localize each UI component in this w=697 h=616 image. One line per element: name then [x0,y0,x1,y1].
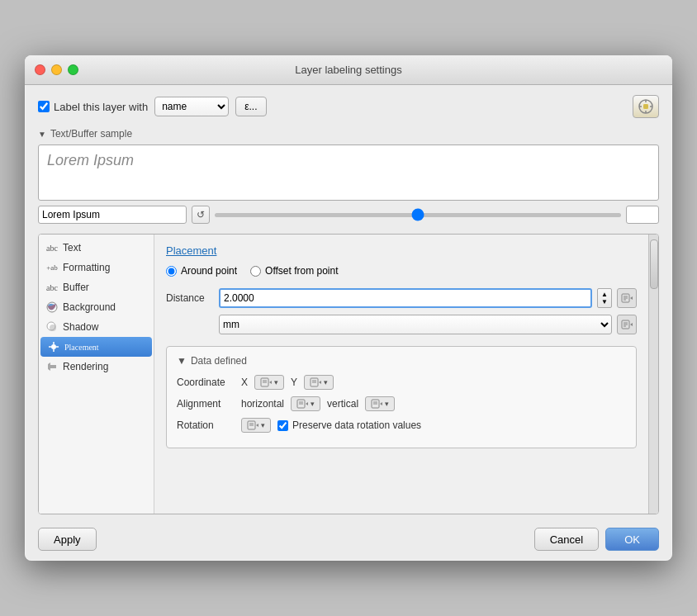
preserve-rotation-checkbox[interactable] [277,420,288,431]
titlebar: Layer labeling settings [25,55,672,85]
vertical-label: vertical [327,398,358,410]
sidebar-item-placement-label: Placement [64,343,99,352]
preview-input[interactable]: Lorem Ipsum [38,206,187,224]
minimize-button[interactable] [51,64,62,75]
rotation-data-button[interactable]: ▾ [241,418,271,433]
sidebar-item-buffer[interactable]: abc Buffer [39,277,154,297]
preview-area: Lorem Ipsum [38,145,659,201]
coordinate-row: Coordinate X ▾ Y [177,375,626,390]
offset-from-point-radio[interactable] [250,266,261,277]
scrollbar-thumb[interactable] [650,239,658,289]
panel-container: Placement Around point Offset from point [154,235,658,514]
svg-rect-6 [643,104,648,109]
unit-select[interactable]: mm cm m in pt px [219,315,612,334]
sidebar-item-text[interactable]: abc Text [39,238,154,258]
sidebar-item-text-label: Text [63,242,81,254]
shadow-icon [45,320,59,334]
svg-point-10 [51,344,56,349]
distance-input[interactable] [219,288,592,308]
rotation-row: Rotation ▾ [177,418,626,433]
distance-data-button[interactable] [617,288,637,308]
label-this-layer-checkbox[interactable]: Label this layer with [38,101,148,113]
main-body: abc Text +ab Formatting abc Buffer [38,234,659,514]
data-defined-label: Data defined [191,355,247,367]
horizontal-label: horizontal [241,398,284,410]
opacity-slider[interactable] [215,213,621,217]
unit-data-button[interactable] [617,315,637,334]
unit-row: mm cm m in pt px [166,315,637,334]
window-title: Layer labeling settings [295,64,401,76]
preserve-rotation-text: Preserve data rotation values [292,419,421,431]
data-defined-section: ▼ Data defined Coordinate X [166,346,637,448]
panel-scrollbar[interactable] [648,235,658,514]
rendering-icon [45,360,59,373]
svg-marker-24 [630,323,633,326]
svg-marker-28 [269,381,272,384]
label-row: Label this layer with name ε... [38,95,659,118]
window-controls [35,64,78,75]
buffer-icon: abc [45,281,59,294]
placement-icon [47,340,60,353]
sidebar-item-background[interactable]: Background [39,297,154,317]
placement-radio-row: Around point Offset from point [166,265,637,277]
preview-text: Lorem Ipsum [47,152,134,168]
refresh-button[interactable]: ↺ [192,206,210,224]
data-defined-header: ▼ Data defined [177,355,626,367]
around-point-radio[interactable] [166,266,177,277]
text-icon: abc [45,241,59,254]
sidebar-item-placement[interactable]: Placement [40,337,152,357]
svg-marker-44 [256,424,258,427]
vertical-data-button[interactable]: ▾ [365,396,395,411]
y-data-button[interactable]: ▾ [304,375,334,390]
layer-name-select[interactable]: name [154,97,229,116]
preview-section-label: ▼ Text/Buffer sample [38,128,659,140]
label-checkbox-text: Label this layer with [54,101,148,113]
expression-button[interactable]: ε... [235,97,266,116]
around-point-option[interactable]: Around point [166,265,237,277]
slider-end-input [626,206,659,224]
apply-button[interactable]: Apply [38,528,97,551]
svg-point-9 [50,325,56,331]
svg-marker-36 [306,402,308,405]
panel-title[interactable]: Placement [166,244,637,257]
maximize-button[interactable] [68,64,78,75]
main-window: Layer labeling settings Label this layer… [25,55,672,561]
data-defined-arrow-icon: ▼ [177,355,187,367]
sidebar-item-shadow-label: Shadow [63,321,98,333]
sidebar-item-formatting-label: Formatting [63,262,110,273]
rotation-label: Rotation [177,419,235,431]
horizontal-data-button[interactable]: ▾ [291,396,320,411]
cancel-button[interactable]: Cancel [534,528,599,551]
distance-label: Distance [166,292,214,304]
label-checkbox-input[interactable] [38,101,50,112]
coordinate-label: Coordinate [177,377,235,388]
offset-from-point-label: Offset from point [265,265,338,277]
sidebar-item-buffer-label: Buffer [63,282,89,293]
offset-from-point-option[interactable]: Offset from point [250,265,338,277]
ok-button[interactable]: OK [605,528,659,551]
settings-icon-button[interactable] [633,95,659,118]
svg-marker-32 [319,381,321,384]
preserve-rotation-label[interactable]: Preserve data rotation values [277,419,421,431]
right-buttons: Cancel OK [534,528,659,551]
sidebar-item-formatting[interactable]: +ab Formatting [39,258,154,277]
around-point-label: Around point [181,265,237,277]
svg-marker-19 [630,296,633,300]
sidebar-item-rendering-label: Rendering [63,361,108,372]
footer-buttons: Apply Cancel OK [38,524,659,551]
y-label: Y [291,377,297,388]
sidebar-item-background-label: Background [63,301,116,313]
x-label: X [241,377,248,388]
distance-spinner[interactable]: ▲ ▼ [597,288,612,308]
sidebar-item-shadow[interactable]: Shadow [39,317,154,337]
distance-row: Distance ▲ ▼ [166,288,637,308]
main-content: Label this layer with name ε... ▼ [25,85,672,561]
slider-row: Lorem Ipsum ↺ [38,206,659,224]
preview-section-text: Text/Buffer sample [50,128,132,140]
svg-marker-40 [380,402,382,405]
sidebar-item-rendering[interactable]: Rendering [39,357,154,377]
formatting-icon: +ab [45,261,59,274]
alignment-row: Alignment horizontal ▾ [177,396,626,411]
x-data-button[interactable]: ▾ [254,375,284,390]
close-button[interactable] [35,64,45,75]
